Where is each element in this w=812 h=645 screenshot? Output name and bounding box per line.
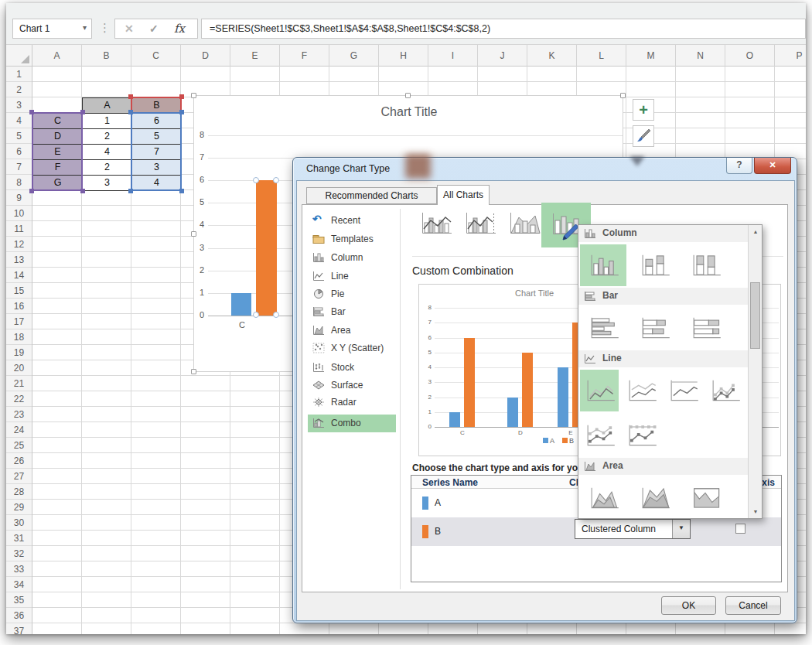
row-header-2[interactable]: 2 xyxy=(6,82,32,97)
sidebar-item-radar[interactable]: Radar xyxy=(308,394,396,411)
blue-fill-handle[interactable] xyxy=(128,189,133,193)
cell-B6[interactable]: 4 xyxy=(82,144,132,160)
chart-type-pct-stacked-line[interactable] xyxy=(664,370,702,411)
enter-icon[interactable]: ✓ xyxy=(149,22,159,35)
scroll-down-icon[interactable]: ▼ xyxy=(749,505,763,518)
chart-elements-button[interactable]: + xyxy=(633,99,654,121)
row-header-6[interactable]: 6 xyxy=(6,144,32,159)
column-header-P[interactable]: P xyxy=(775,45,806,67)
row-header-7[interactable]: 7 xyxy=(6,159,32,175)
combo-subtype-clustered-column-line-secondary-axis[interactable] xyxy=(459,206,500,243)
bg-chart-bar-series-a[interactable] xyxy=(231,293,251,316)
column-header-B[interactable]: B xyxy=(82,45,131,67)
blue-fill-handle[interactable] xyxy=(179,189,184,193)
column-header-E[interactable]: E xyxy=(230,45,280,67)
row-header-33[interactable]: 33 xyxy=(6,561,32,577)
row-header-22[interactable]: 22 xyxy=(6,391,32,407)
row-header-20[interactable]: 20 xyxy=(6,360,32,376)
purple-fill-handle[interactable] xyxy=(80,189,85,193)
chart-type-pct-stacked-line-markers[interactable] xyxy=(622,415,660,456)
column-header-F[interactable]: F xyxy=(280,45,329,67)
row-header-9[interactable]: 9 xyxy=(6,190,32,206)
sidebar-item-line[interactable]: Line xyxy=(308,268,396,285)
chart-type-clustered-column[interactable] xyxy=(580,244,626,286)
cell-B7[interactable]: 2 xyxy=(82,159,132,176)
column-header-N[interactable]: N xyxy=(676,45,725,67)
purple-fill-handle[interactable] xyxy=(29,189,34,193)
column-header-A[interactable]: A xyxy=(32,45,82,67)
row-header-21[interactable]: 21 xyxy=(6,376,32,391)
column-header-C[interactable]: C xyxy=(131,45,181,67)
row-header-28[interactable]: 28 xyxy=(6,484,32,500)
sidebar-item-templates[interactable]: Templates xyxy=(308,230,396,248)
row-header-12[interactable]: 12 xyxy=(6,237,32,252)
sidebar-item-stock[interactable]: Stock xyxy=(308,359,396,377)
row-header-25[interactable]: 25 xyxy=(6,438,32,453)
chart-type-stacked-bar[interactable] xyxy=(631,307,677,349)
chart-frame-handle[interactable] xyxy=(620,93,626,98)
row-header-26[interactable]: 26 xyxy=(6,453,32,469)
sidebar-item-x-y-scatter[interactable]: X Y (Scatter) xyxy=(308,340,396,357)
sidebar-item-combo[interactable]: Combo xyxy=(308,415,396,432)
tab-all-charts[interactable]: All Charts xyxy=(437,185,490,205)
purple-fill-handle[interactable] xyxy=(80,110,85,114)
column-header-G[interactable]: G xyxy=(329,45,379,67)
row-header-16[interactable]: 16 xyxy=(6,299,32,314)
secondary-axis-checkbox[interactable] xyxy=(735,524,745,534)
row-header-37[interactable]: 37 xyxy=(6,623,32,634)
bg-chart-bar-series-b[interactable] xyxy=(256,180,277,316)
column-header-I[interactable]: I xyxy=(428,45,478,67)
red-fill-handle[interactable] xyxy=(128,94,133,99)
chart-type-line[interactable] xyxy=(580,370,619,411)
tab-recommended-charts[interactable]: Recommended Charts xyxy=(306,187,437,204)
ok-button[interactable]: OK xyxy=(661,596,716,615)
row-header-30[interactable]: 30 xyxy=(6,515,32,531)
column-header-D[interactable]: D xyxy=(181,45,230,67)
blue-fill-handle[interactable] xyxy=(179,110,184,114)
dropdown-arrow-icon[interactable]: ▼ xyxy=(672,520,690,538)
column-header-H[interactable]: H xyxy=(379,45,428,67)
column-header-K[interactable]: K xyxy=(527,45,577,67)
row-header-17[interactable]: 17 xyxy=(6,314,32,329)
purple-fill-handle[interactable] xyxy=(29,110,34,114)
blue-fill-handle[interactable] xyxy=(128,110,133,114)
column-header-L[interactable]: L xyxy=(577,45,626,67)
row-header-4[interactable]: 4 xyxy=(6,113,32,128)
chart-type-stacked-column[interactable] xyxy=(631,244,677,286)
row-header-32[interactable]: 32 xyxy=(6,546,32,561)
cancel-button[interactable]: Cancel xyxy=(725,596,781,615)
row-header-35[interactable]: 35 xyxy=(6,592,32,608)
column-header-M[interactable]: M xyxy=(626,45,676,67)
chart-title[interactable]: Chart Title xyxy=(194,105,623,119)
chart-type-stacked-area[interactable] xyxy=(631,477,677,519)
series-selection-handle[interactable] xyxy=(273,312,279,318)
sidebar-item-bar[interactable]: Bar xyxy=(308,303,396,321)
category-range-outline[interactable] xyxy=(32,112,83,191)
column-header-J[interactable]: J xyxy=(478,45,527,67)
row-header-3[interactable]: 3 xyxy=(6,97,32,113)
row-header-23[interactable]: 23 xyxy=(6,407,32,422)
row-header-13[interactable]: 13 xyxy=(6,252,32,268)
row-header-10[interactable]: 10 xyxy=(6,206,32,221)
chart-type-area[interactable] xyxy=(580,477,626,519)
chart-type-pct-stacked-column[interactable] xyxy=(682,244,728,286)
series-values-outline[interactable] xyxy=(131,112,182,191)
row-header-1[interactable]: 1 xyxy=(6,67,32,82)
combo-subtype-stacked-area-clustered-column[interactable] xyxy=(503,206,544,243)
sidebar-item-area[interactable]: Area xyxy=(308,322,396,340)
cell-B3[interactable]: A xyxy=(82,97,132,114)
chart-type-pct-stacked-area[interactable] xyxy=(682,477,728,519)
chart-type-line-markers[interactable] xyxy=(705,370,744,411)
red-fill-handle[interactable] xyxy=(179,94,184,99)
flyout-scrollbar[interactable]: ▲▼ xyxy=(748,225,762,518)
row-header-8[interactable]: 8 xyxy=(6,175,32,190)
series-selection-handle[interactable] xyxy=(273,177,279,183)
series-selection-handle[interactable] xyxy=(253,177,259,183)
row-header-11[interactable]: 11 xyxy=(6,221,32,237)
formula-bar-drag-handle[interactable]: ⋮ xyxy=(99,21,107,38)
insert-function-icon[interactable]: fx xyxy=(174,22,185,36)
name-box-dropdown-icon[interactable]: ▾ xyxy=(83,23,87,32)
row-header-18[interactable]: 18 xyxy=(6,329,32,345)
chart-frame-handle[interactable] xyxy=(191,369,196,374)
dialog-help-button[interactable]: ? xyxy=(726,158,752,174)
